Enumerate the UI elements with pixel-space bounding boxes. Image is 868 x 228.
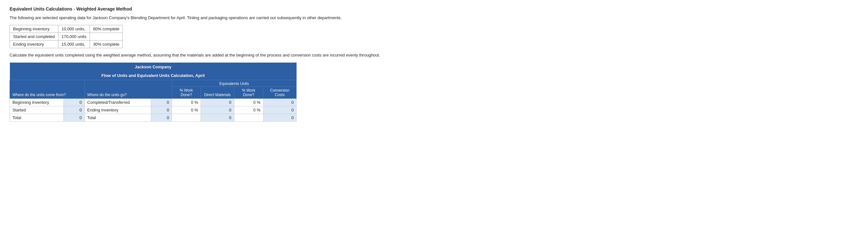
info-table: Beginning inventory 10,000 units, 60% co… xyxy=(9,25,123,48)
direct-mat-2: 0 xyxy=(201,106,234,114)
info-row-1: Beginning inventory 10,000 units, 60% co… xyxy=(10,25,123,33)
to-value-2: 0 xyxy=(151,106,172,114)
info-row-3: Ending inventory 15,000 units, 30% compl… xyxy=(10,40,123,48)
to-value-1: 0 xyxy=(151,99,172,106)
pct-work-2: 0 % xyxy=(172,106,201,114)
info-row-2: Started and completed 170,000 units xyxy=(10,33,123,40)
info-label-2: Started and completed xyxy=(10,33,58,40)
table-title: Flow of Units and Equivalent Units Calcu… xyxy=(10,71,297,80)
info-value-3a: 15,000 units, xyxy=(58,40,90,48)
to-label-3: Total xyxy=(85,114,151,122)
conv-costs-1: 0 xyxy=(263,99,296,106)
col-header-direct-mat: Direct Materials xyxy=(201,87,234,99)
description: The following are selected operating dat… xyxy=(9,15,859,21)
info-label-3: Ending inventory xyxy=(10,40,58,48)
to-label-2: Ending Inventory xyxy=(85,106,151,114)
from-value-3: 0 xyxy=(64,114,85,122)
from-label-2: Started xyxy=(10,106,64,114)
col-header-pct-work2: % Work Done? xyxy=(234,87,263,99)
to-value-3: 0 xyxy=(151,114,172,122)
info-value-3b: 30% complete xyxy=(90,40,122,48)
from-value-2: 0 xyxy=(64,106,85,114)
pct-work-1: 0 % xyxy=(172,99,201,106)
pct-work-3 xyxy=(172,114,201,122)
calc-instruction: Calculate the equivalent units completed… xyxy=(9,52,859,58)
table-row-3: Total 0 Total 0 0 0 xyxy=(10,114,297,122)
main-calc-table: Jackson Company Flow of Units and Equiva… xyxy=(9,63,297,122)
table-row-1: Beginning Inventory 0 Completed/Transfer… xyxy=(10,99,297,106)
col-header-pct-work: % Work Done? xyxy=(172,87,201,99)
pct-work2-2: 0 % xyxy=(234,106,263,114)
to-label-1: Completed/Transferred xyxy=(85,99,151,106)
from-label-3: Total xyxy=(10,114,64,122)
pct-work2-3 xyxy=(234,114,263,122)
conv-costs-3: 0 xyxy=(263,114,296,122)
info-value-2a: 170,000 units xyxy=(58,33,90,40)
conv-costs-2: 0 xyxy=(263,106,296,114)
table-row-2: Started 0 Ending Inventory 0 0 % 0 0 % 0 xyxy=(10,106,297,114)
equivalents-label: Equivalents Units xyxy=(172,80,297,87)
info-label-1: Beginning inventory xyxy=(10,25,58,33)
from-value-1: 0 xyxy=(64,99,85,106)
page-title: Equivalent Units Calculations - Weighted… xyxy=(9,6,859,11)
col-header-where-from: Where do the units come from? xyxy=(10,80,85,99)
info-value-1b: 60% complete xyxy=(90,25,122,33)
from-label-1: Beginning Inventory xyxy=(10,99,64,106)
col-header-conv-costs: Conversion Costs xyxy=(263,87,296,99)
direct-mat-1: 0 xyxy=(201,99,234,106)
pct-work2-1: 0 % xyxy=(234,99,263,106)
direct-mat-3: 0 xyxy=(201,114,234,122)
company-name: Jackson Company xyxy=(10,63,297,71)
main-table-wrapper: Jackson Company Flow of Units and Equiva… xyxy=(9,63,297,122)
info-value-1a: 10,000 units, xyxy=(58,25,90,33)
info-value-2b xyxy=(90,33,122,40)
col-header-where-go: Where do the units go? xyxy=(85,80,172,99)
